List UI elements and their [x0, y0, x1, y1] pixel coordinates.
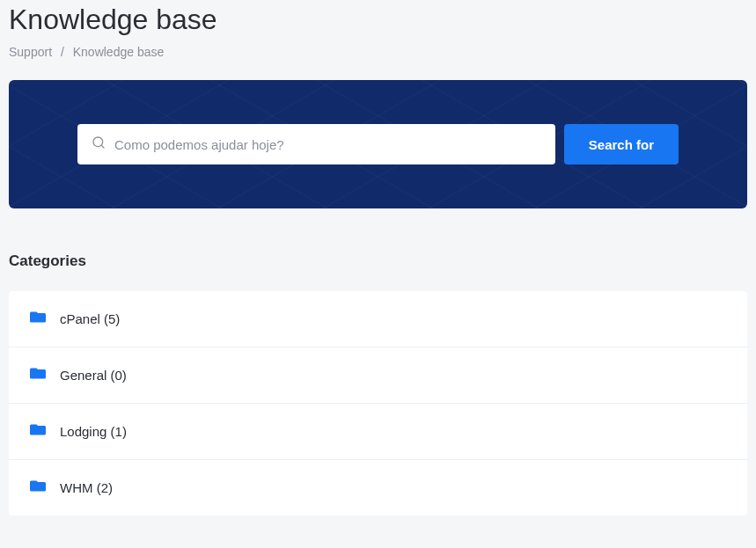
- search-input-wrap: [77, 124, 555, 164]
- page-title: Knowledge base: [9, 4, 747, 36]
- folder-icon: [30, 311, 60, 327]
- breadcrumb-current: Knowledge base: [73, 45, 165, 59]
- folder-icon: [30, 423, 60, 440]
- category-item-lodging[interactable]: Lodging (1): [9, 404, 747, 460]
- svg-line-1: [101, 145, 104, 148]
- category-label: WHM (2): [60, 480, 113, 495]
- category-item-whm[interactable]: WHM (2): [9, 460, 747, 515]
- category-label: Lodging (1): [60, 424, 127, 439]
- search-icon: [92, 135, 114, 153]
- folder-icon: [30, 479, 60, 496]
- search-button[interactable]: Search for: [564, 124, 679, 164]
- breadcrumb-link-support[interactable]: Support: [9, 45, 52, 59]
- category-item-cpanel[interactable]: cPanel (5): [9, 291, 747, 347]
- category-label: cPanel (5): [60, 311, 120, 326]
- category-item-general[interactable]: General (0): [9, 347, 747, 404]
- folder-icon: [30, 367, 60, 384]
- category-list: cPanel (5) General (0) Lodging (1) WHM (…: [9, 291, 747, 515]
- breadcrumb: Support / Knowledge base: [9, 45, 747, 59]
- search-banner: Search for: [9, 80, 747, 208]
- breadcrumb-separator: /: [61, 45, 64, 59]
- category-label: General (0): [60, 368, 127, 383]
- search-input[interactable]: [114, 124, 541, 164]
- categories-title: Categories: [9, 252, 747, 270]
